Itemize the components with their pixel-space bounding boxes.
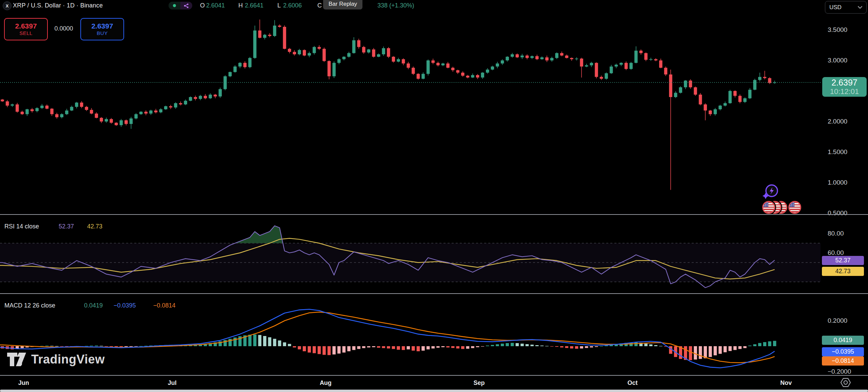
last-price-badge: 2.6397 10:12:01 — [822, 77, 867, 97]
symbol-title[interactable]: XRP / U.S. Dollar · 1D · Binance — [13, 2, 103, 9]
price-axis-tick: 0.5000 — [828, 209, 847, 217]
rsi-value: 52.37 — [59, 223, 74, 230]
macd-pane-title[interactable]: MACD 12 26 close — [4, 302, 55, 309]
month-label-jul: Jul — [168, 379, 177, 387]
price-axis-tick: 3.0000 — [828, 57, 847, 64]
macd-line-badge: −0.0395 — [822, 347, 864, 356]
rsi-pane-title[interactable]: RSI 14 close — [4, 223, 39, 230]
macd-signal-value: −0.0814 — [153, 302, 176, 309]
pane-separator-rsi-macd[interactable] — [0, 293, 868, 294]
rsi-axis-tick: 80.00 — [828, 230, 844, 237]
market-open-dot-icon — [173, 4, 176, 7]
lightning-badge-icon[interactable] — [762, 183, 780, 201]
month-label-jun: Jun — [18, 379, 29, 387]
macd-axis-tick: 0.2000 — [828, 317, 847, 324]
tradingview-logo-icon — [7, 352, 26, 367]
macd-signal-badge: −0.0814 — [822, 356, 864, 366]
rsi-value-badge: 52.37 — [822, 256, 864, 265]
rsi-axis-tick: 60.00 — [828, 249, 844, 257]
timezone-settings-gear-icon[interactable] — [840, 377, 851, 388]
bar-replay-tooltip: Bar Replay — [323, 0, 362, 10]
xrp-logo-icon[interactable]: X — [3, 1, 12, 10]
currency-dropdown[interactable]: USD — [825, 1, 867, 14]
window-bottom-edge — [0, 390, 868, 392]
tradingview-chart-window: X XRP / U.S. Dollar · 1D · Binance O 2.6… — [0, 0, 868, 392]
chevron-down-icon — [858, 6, 862, 9]
macd-axis-tick: −0.2000 — [828, 368, 851, 375]
price-axis-tick: 1.0000 — [828, 179, 847, 186]
time-axis[interactable] — [0, 376, 868, 390]
price-axis-tick: 1.5000 — [828, 148, 847, 156]
month-label-sep: Sep — [473, 379, 485, 387]
share-icon[interactable] — [180, 2, 192, 10]
month-label-oct: Oct — [628, 379, 638, 387]
price-axis-tick: 2.0000 — [828, 118, 847, 125]
chart-canvas[interactable] — [0, 0, 868, 392]
pane-separator-macd-timeaxis[interactable] — [0, 375, 868, 376]
pane-separator-price-rsi[interactable] — [0, 214, 868, 215]
us-flag-badge-icon[interactable] — [762, 201, 775, 214]
macd-hist-value: 0.0419 — [84, 302, 103, 309]
macd-line-value: −0.0395 — [114, 302, 136, 309]
rsi-ma-value-badge: 42.73 — [822, 267, 864, 276]
month-label-aug: Aug — [320, 379, 332, 387]
month-label-nov: Nov — [780, 379, 792, 387]
rsi-ma-value: 42.73 — [87, 223, 102, 230]
tradingview-logo-text: TradingView — [31, 352, 105, 367]
price-axis-tick: 3.5000 — [828, 26, 847, 34]
bar-countdown: 10:12:01 — [830, 88, 859, 96]
last-price: 2.6397 — [831, 78, 857, 88]
macd-hist-badge: 0.0419 — [822, 336, 864, 345]
xrp-logo-glyph: X — [6, 3, 9, 8]
tradingview-logo[interactable]: TradingView — [7, 352, 105, 367]
us-flag-badge-icon[interactable] — [788, 201, 801, 214]
currency-value: USD — [829, 4, 842, 11]
market-status-pill[interactable] — [169, 2, 192, 10]
